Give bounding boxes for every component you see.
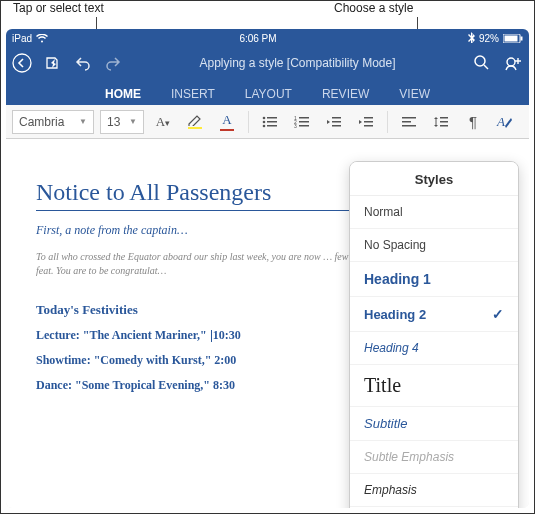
highlight-button[interactable] <box>182 109 208 135</box>
svg-rect-2 <box>521 36 523 40</box>
back-button[interactable] <box>12 53 32 73</box>
svg-point-4 <box>475 56 485 66</box>
bluetooth-icon <box>468 32 475 45</box>
svg-rect-11 <box>267 125 277 127</box>
format-text-button[interactable]: A▾ <box>150 109 176 135</box>
style-label: Subtle Emphasis <box>364 450 454 464</box>
svg-rect-20 <box>332 125 341 127</box>
style-label: Heading 4 <box>364 341 419 355</box>
style-label: Subtitle <box>364 416 407 431</box>
svg-rect-18 <box>332 117 341 119</box>
svg-point-5 <box>507 58 515 66</box>
style-emphasis[interactable]: Emphasis <box>350 474 518 507</box>
style-intense-emphasis[interactable]: Intense Emphasis <box>350 507 518 508</box>
styles-button[interactable]: A <box>492 109 518 135</box>
style-subtitle[interactable]: Subtitle <box>350 407 518 441</box>
statusbar: iPad 6:06 PM 92% <box>6 29 529 47</box>
svg-rect-17 <box>299 125 309 127</box>
font-selector[interactable]: Cambria▼ <box>12 110 94 134</box>
callout-choose: Choose a style <box>334 1 413 15</box>
file-button[interactable] <box>44 54 62 72</box>
search-button[interactable] <box>473 54 491 72</box>
svg-rect-13 <box>299 117 309 119</box>
style-label: Title <box>364 374 401 397</box>
svg-rect-19 <box>332 121 341 123</box>
svg-rect-29 <box>440 117 448 119</box>
style-heading-1[interactable]: Heading 1 <box>350 262 518 297</box>
styles-popover: Styles NormalNo SpacingHeading 1Heading … <box>349 161 519 508</box>
style-label: Normal <box>364 205 403 219</box>
style-label: Heading 2 <box>364 307 426 322</box>
svg-rect-1 <box>505 35 518 41</box>
doc-title-bar: Applying a style [Compatibility Mode] <box>199 56 395 70</box>
outdent-button[interactable] <box>321 109 347 135</box>
svg-point-3 <box>13 54 31 72</box>
svg-rect-24 <box>402 117 416 119</box>
style-title[interactable]: Title <box>350 365 518 407</box>
numbering-button[interactable]: 123 <box>289 109 315 135</box>
svg-rect-25 <box>402 121 411 123</box>
svg-rect-31 <box>440 125 448 127</box>
style-normal[interactable]: Normal <box>350 196 518 229</box>
font-name: Cambria <box>19 115 64 129</box>
event-time: 10:30 <box>213 328 241 342</box>
tab-layout[interactable]: LAYOUT <box>239 83 298 105</box>
svg-rect-21 <box>364 117 373 119</box>
text-cursor <box>211 330 212 342</box>
battery-icon <box>503 34 523 43</box>
svg-rect-23 <box>364 125 373 127</box>
style-label: Heading 1 <box>364 271 431 287</box>
device-label: iPad <box>12 33 32 44</box>
styles-popover-title: Styles <box>350 162 518 196</box>
callout-tap: Tap or select text <box>13 1 104 15</box>
svg-rect-15 <box>299 121 309 123</box>
tab-home[interactable]: HOME <box>99 83 147 105</box>
svg-point-10 <box>263 124 266 127</box>
align-button[interactable] <box>396 109 422 135</box>
event-label: Lecture: "The Ancient Mariner," <box>36 328 210 342</box>
font-size-selector[interactable]: 13▼ <box>100 110 144 134</box>
check-icon: ✓ <box>492 306 504 322</box>
style-no-spacing[interactable]: No Spacing <box>350 229 518 262</box>
style-label: No Spacing <box>364 238 426 252</box>
svg-point-6 <box>263 116 266 119</box>
bullets-button[interactable] <box>257 109 283 135</box>
style-heading-2[interactable]: Heading 2✓ <box>350 297 518 332</box>
style-heading-4[interactable]: Heading 4 <box>350 332 518 365</box>
undo-button[interactable] <box>74 55 92 71</box>
svg-rect-26 <box>402 125 416 127</box>
style-subtle-emphasis[interactable]: Subtle Emphasis <box>350 441 518 474</box>
tab-insert[interactable]: INSERT <box>165 83 221 105</box>
share-button[interactable] <box>503 54 523 72</box>
battery-pct: 92% <box>479 33 499 44</box>
svg-rect-30 <box>440 121 448 123</box>
font-color-button[interactable]: A <box>214 109 240 135</box>
styles-list[interactable]: NormalNo SpacingHeading 1Heading 2✓Headi… <box>350 196 518 508</box>
tab-review[interactable]: REVIEW <box>316 83 375 105</box>
ribbon: Cambria▼ 13▼ A▾ A 123 <box>6 105 529 139</box>
svg-rect-9 <box>267 121 277 123</box>
style-label: Emphasis <box>364 483 417 497</box>
svg-point-8 <box>263 120 266 123</box>
wifi-icon <box>36 34 48 43</box>
svg-rect-22 <box>364 121 373 123</box>
font-size: 13 <box>107 115 120 129</box>
indent-button[interactable] <box>353 109 379 135</box>
titlebar: Applying a style [Compatibility Mode] <box>6 47 529 79</box>
ribbon-tabs: HOMEINSERTLAYOUTREVIEWVIEW <box>6 79 529 105</box>
svg-text:3: 3 <box>294 123 297 129</box>
tab-view[interactable]: VIEW <box>393 83 436 105</box>
pilcrow-button[interactable]: ¶ <box>460 109 486 135</box>
redo-button[interactable] <box>104 55 122 71</box>
clock: 6:06 PM <box>239 33 276 44</box>
svg-rect-7 <box>267 117 277 119</box>
line-spacing-button[interactable] <box>428 109 454 135</box>
